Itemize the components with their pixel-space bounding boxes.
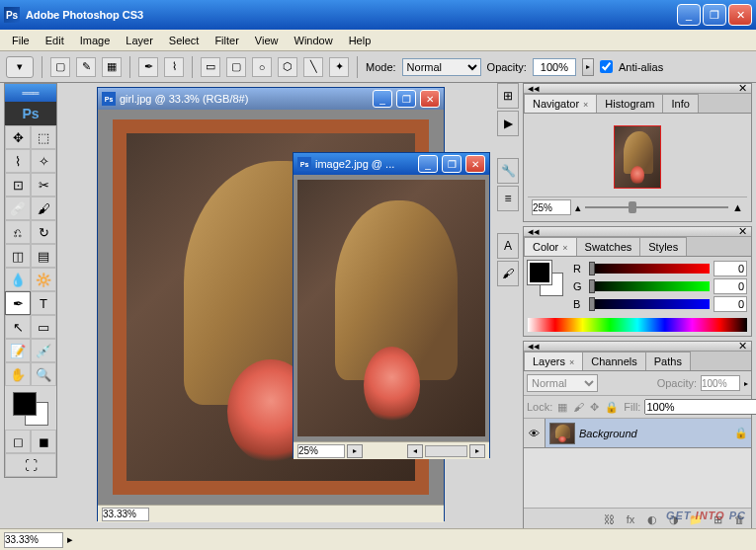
menu-file[interactable]: File: [4, 33, 38, 48]
shape-layers-icon[interactable]: ▢: [50, 57, 70, 77]
tab-info[interactable]: Info: [662, 94, 698, 113]
custom-shape-icon[interactable]: ✦: [329, 57, 349, 77]
gradient-tool[interactable]: ▤: [31, 244, 56, 268]
lasso-tool[interactable]: ⌇: [5, 149, 31, 173]
g-input[interactable]: [714, 278, 747, 294]
color-fg-swatch[interactable]: [528, 261, 551, 284]
tab-histogram[interactable]: Histogram: [596, 94, 663, 113]
zoom-in-icon[interactable]: ▲: [732, 201, 743, 213]
ellipse-shape-icon[interactable]: ○: [252, 57, 272, 77]
navigator-zoom-input[interactable]: [532, 199, 571, 215]
blend-mode-select[interactable]: Normal: [527, 374, 598, 392]
tab-paths[interactable]: Paths: [645, 352, 691, 370]
horizontal-scrollbar[interactable]: [425, 445, 467, 457]
doc-close-button[interactable]: ✕: [420, 90, 440, 108]
r-input[interactable]: [714, 261, 747, 276]
tool-preset-picker[interactable]: ▾: [6, 56, 34, 78]
color-spectrum[interactable]: [528, 318, 747, 332]
doc-close-button[interactable]: ✕: [465, 155, 485, 173]
eyedropper-tool[interactable]: 💉: [31, 339, 56, 362]
opacity-flyout-icon[interactable]: ▸: [582, 58, 594, 76]
rounded-rect-shape-icon[interactable]: ▢: [226, 57, 246, 77]
toolbox-grip[interactable]: ═══: [5, 84, 56, 102]
tab-channels[interactable]: Channels: [582, 352, 645, 370]
close-button[interactable]: ✕: [728, 4, 752, 26]
screen-mode-icon[interactable]: ⛶: [5, 453, 56, 477]
document-zoom-input-image2[interactable]: [297, 444, 345, 458]
menu-layer[interactable]: Layer: [118, 33, 161, 48]
scroll-right-icon[interactable]: ▸: [469, 444, 485, 458]
panel-close-icon[interactable]: ✕: [738, 82, 747, 95]
crop-tool[interactable]: ⊡: [5, 173, 31, 196]
zoom-tool[interactable]: 🔍: [31, 362, 56, 386]
move-tool[interactable]: ✥: [5, 125, 31, 149]
clone-stamp-tool[interactable]: ⎌: [5, 220, 31, 244]
link-layers-icon[interactable]: ⛓: [599, 511, 619, 528]
tab-color[interactable]: Color×: [524, 237, 577, 256]
panel-close-icon[interactable]: ✕: [738, 225, 747, 238]
statusbar-menu-icon[interactable]: ▸: [67, 533, 73, 546]
tab-navigator[interactable]: Navigator×: [524, 94, 597, 113]
tab-close-icon[interactable]: ×: [562, 243, 567, 253]
lock-all-icon[interactable]: 🔒: [604, 399, 620, 415]
slice-tool[interactable]: ✂: [31, 173, 56, 196]
document-titlebar-image2[interactable]: Ps image2.jpg @ ... _ ❐ ✕: [294, 153, 489, 175]
magic-wand-tool[interactable]: ✧: [31, 149, 56, 173]
strip-icon-2[interactable]: ▶: [497, 111, 519, 136]
layer-mask-icon[interactable]: ◐: [642, 511, 662, 528]
doc-maximize-button[interactable]: ❐: [442, 155, 462, 173]
doc-minimize-button[interactable]: _: [373, 90, 392, 108]
rectangle-shape-icon[interactable]: ▭: [201, 57, 220, 77]
maximize-button[interactable]: ❐: [703, 4, 726, 26]
strip-icon-6[interactable]: 🖌: [497, 261, 519, 286]
lock-transparent-icon[interactable]: ▦: [556, 399, 568, 415]
tab-styles[interactable]: Styles: [639, 237, 687, 256]
zoom-out-icon[interactable]: ▴: [575, 201, 581, 214]
hand-tool[interactable]: ✋: [5, 362, 31, 386]
layer-style-icon[interactable]: fx: [621, 511, 640, 528]
strip-icon-3[interactable]: 🔧: [497, 158, 519, 184]
layer-row-background[interactable]: 👁 Background 🔒: [524, 419, 751, 448]
tab-close-icon[interactable]: ×: [569, 357, 574, 367]
standard-mode-icon[interactable]: ◻: [5, 430, 31, 453]
eraser-tool[interactable]: ◫: [5, 244, 31, 268]
pen-icon[interactable]: ✒: [138, 57, 158, 77]
line-shape-icon[interactable]: ╲: [303, 57, 323, 77]
type-tool[interactable]: T: [31, 291, 56, 315]
lock-image-icon[interactable]: 🖌: [572, 399, 585, 415]
navigator-preview[interactable]: [528, 118, 747, 196]
tab-close-icon[interactable]: ×: [583, 100, 588, 110]
quickmask-mode-icon[interactable]: ◼: [31, 430, 56, 453]
lock-position-icon[interactable]: ✥: [589, 399, 600, 415]
layer-thumbnail[interactable]: [549, 423, 575, 444]
freeform-pen-icon[interactable]: ⌇: [164, 57, 184, 77]
visibility-eye-icon[interactable]: 👁: [524, 419, 546, 447]
doc-minimize-button[interactable]: _: [418, 155, 438, 173]
menu-select[interactable]: Select: [161, 33, 208, 48]
fill-pixels-icon[interactable]: ▦: [102, 57, 122, 77]
minimize-button[interactable]: _: [677, 4, 701, 26]
dodge-tool[interactable]: 🔆: [31, 268, 56, 291]
statusbar-zoom-input[interactable]: [4, 532, 63, 548]
layer-name[interactable]: Background: [579, 428, 731, 439]
menu-image[interactable]: Image: [72, 33, 119, 48]
menu-edit[interactable]: Edit: [38, 33, 72, 48]
foreground-color-swatch[interactable]: [13, 392, 37, 416]
history-brush-tool[interactable]: ↻: [31, 220, 56, 244]
antialias-checkbox[interactable]: [600, 60, 613, 73]
healing-brush-tool[interactable]: 🩹: [5, 196, 31, 220]
paths-icon[interactable]: ✎: [76, 57, 96, 77]
doc-maximize-button[interactable]: ❐: [396, 90, 416, 108]
document-canvas-image2[interactable]: [294, 175, 489, 441]
menu-view[interactable]: View: [247, 33, 287, 48]
g-slider[interactable]: [589, 281, 710, 291]
b-slider[interactable]: [589, 299, 710, 309]
marquee-tool[interactable]: ⬚: [31, 125, 56, 149]
strip-icon-5[interactable]: A: [497, 233, 519, 259]
strip-icon-4[interactable]: ≡: [497, 186, 519, 211]
panel-close-icon[interactable]: ✕: [738, 340, 747, 353]
polygon-shape-icon[interactable]: ⬡: [278, 57, 297, 77]
layer-opacity-input[interactable]: [701, 375, 740, 391]
blur-tool[interactable]: 💧: [5, 268, 31, 291]
opacity-flyout-icon[interactable]: ▸: [744, 379, 748, 388]
